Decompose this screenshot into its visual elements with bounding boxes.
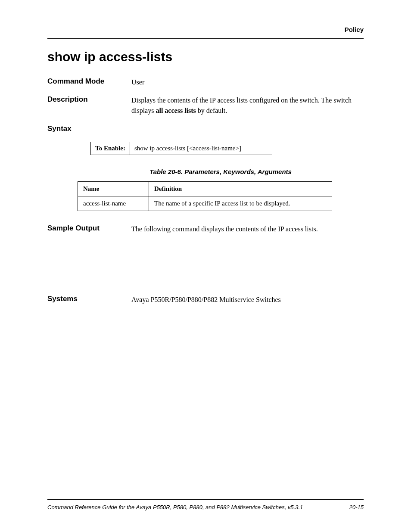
- syntax-label: Syntax: [47, 124, 364, 133]
- header-category: Policy: [47, 26, 364, 33]
- description-text-post: by default.: [196, 107, 227, 114]
- syntax-to-enable-label: To Enable:: [91, 142, 130, 155]
- description-row: Description Displays the contents of the…: [47, 95, 364, 116]
- sample-output-row: Sample Output The following command disp…: [47, 224, 364, 234]
- param-table-caption: Table 20-6. Parameters, Keywords, Argume…: [78, 168, 364, 175]
- systems-value: Avaya P550R/P580/P880/P882 Multiservice …: [131, 295, 364, 305]
- description-label: Description: [47, 95, 131, 104]
- description-value: Displays the contents of the IP access l…: [131, 95, 364, 116]
- footer-rule: [47, 499, 364, 500]
- command-mode-row: Command Mode User: [47, 77, 364, 87]
- table-row: access-list-name The name of a specific …: [78, 196, 332, 211]
- syntax-row: To Enable: show ip access-lists [<access…: [91, 142, 272, 155]
- param-header-definition: Definition: [149, 182, 332, 196]
- sample-output-label: Sample Output: [47, 224, 131, 233]
- command-mode-value: User: [131, 77, 364, 87]
- param-row-name: access-list-name: [78, 196, 149, 211]
- syntax-table: To Enable: show ip access-lists [<access…: [90, 142, 272, 155]
- param-table: Name Definition access-list-name The nam…: [78, 181, 332, 211]
- systems-label: Systems: [47, 295, 131, 303]
- param-table-header-row: Name Definition: [78, 182, 332, 196]
- command-mode-label: Command Mode: [47, 77, 131, 86]
- footer-row: Command Reference Guide for the Avaya P5…: [47, 504, 364, 510]
- sample-output-value: The following command displays the conte…: [131, 224, 364, 234]
- param-header-name: Name: [78, 182, 149, 196]
- page-footer: Command Reference Guide for the Avaya P5…: [47, 499, 364, 510]
- systems-row: Systems Avaya P550R/P580/P880/P882 Multi…: [47, 295, 364, 305]
- header-rule: [47, 38, 364, 39]
- footer-page-number: 20-15: [349, 504, 364, 510]
- param-row-definition: The name of a specific IP access list to…: [149, 196, 332, 211]
- syntax-to-enable-value: show ip access-lists [<access-list-name>…: [130, 142, 272, 155]
- footer-guide-title: Command Reference Guide for the Avaya P5…: [47, 504, 303, 510]
- description-text-bold: all access lists: [156, 107, 196, 114]
- page-title: show ip access-lists: [47, 50, 364, 64]
